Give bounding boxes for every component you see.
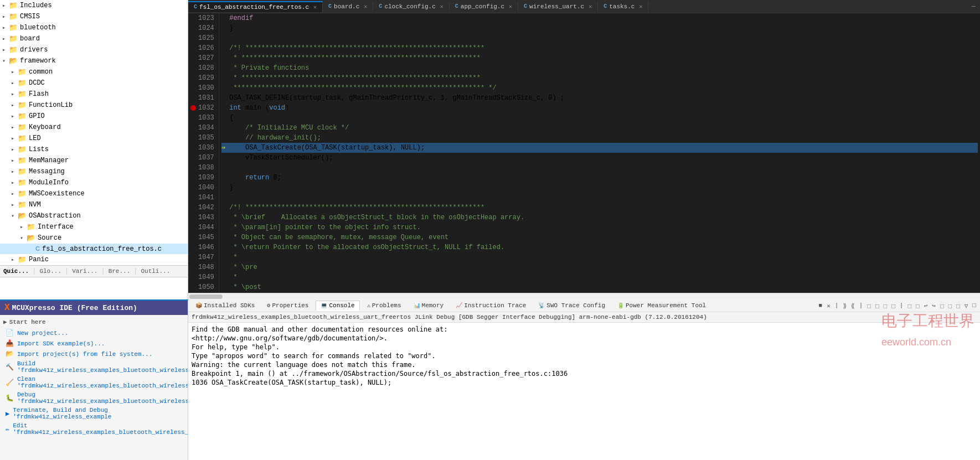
line-number: 1027 xyxy=(190,53,214,63)
folder-icon: 📂 xyxy=(18,211,27,220)
toolbar-btn[interactable]: ⟪ xyxy=(849,302,857,310)
sidebar-item-label: drivers xyxy=(20,46,48,54)
mcux-link[interactable]: 🐛Debug 'frdmkw41z_wireless_examples_blue… xyxy=(3,390,184,406)
toolbar-btn[interactable]: ⬚ xyxy=(865,302,873,310)
sidebar-item[interactable]: C fsl_os_abstraction_free_rtos.c xyxy=(0,244,188,254)
mcux-link[interactable]: 🧹Clean 'frdmkw41z_wireless_examples_blue… xyxy=(3,375,184,390)
toolbar-btn[interactable]: ■ xyxy=(817,302,824,309)
tab-close-icon[interactable]: ✕ xyxy=(509,3,512,10)
sidebar-item[interactable]: ▸ 📁 LED xyxy=(0,133,188,144)
tab-label: tasks.c xyxy=(609,3,635,10)
mcux-link-icon: 📄 xyxy=(6,329,14,337)
toolbar-btn[interactable]: ⬚ xyxy=(938,302,946,310)
toolbar-btn[interactable]: | xyxy=(898,302,905,309)
sidebar-item[interactable]: ▸ 📁 DCDC xyxy=(0,77,188,89)
toolbar-btn[interactable]: ⬚ xyxy=(955,302,962,310)
bottom-right: 📦Installed SDKs⚙Properties💻Console⚠Probl… xyxy=(188,299,980,460)
sidebar-item[interactable]: ▸ 📁 Keyboard xyxy=(0,122,188,133)
sidebar-item[interactable]: ▸ 📁 CMSIS xyxy=(0,11,188,22)
toolbar-btn[interactable]: ⬚ xyxy=(882,302,889,310)
console-tab[interactable]: ⚙Properties xyxy=(262,301,313,311)
toolbar-btn[interactable]: ⬚ xyxy=(890,302,897,310)
mcux-link[interactable]: 📥Import SDK example(s)... xyxy=(3,338,184,349)
scrollbar-thumb[interactable] xyxy=(189,294,223,299)
tree-chevron: ▸ xyxy=(11,201,18,208)
sidebar-item[interactable]: ▾ 📂 OSAbstraction xyxy=(0,210,188,221)
sidebar-item[interactable]: ▸ 📁 bluetooth xyxy=(0,22,188,33)
sidebar-item[interactable]: ▸ 📁 drivers xyxy=(0,44,188,55)
tab-close-icon[interactable]: ✕ xyxy=(639,3,642,10)
toolbar-btn[interactable]: ↪ xyxy=(930,302,937,310)
sidebar-item[interactable]: ▸ 📁 Interface xyxy=(0,221,188,232)
toolbar-btn[interactable]: □ xyxy=(971,302,978,309)
toolbar-btn[interactable]: ⟫ xyxy=(841,302,848,310)
sidebar-item[interactable]: ▾ 📂 Source xyxy=(0,232,188,244)
console-tab[interactable]: ⚠Problems xyxy=(362,301,406,311)
tab-close-icon[interactable]: ✕ xyxy=(440,3,443,10)
quick-tab[interactable]: Bre... xyxy=(105,267,134,276)
tab-close-icon[interactable]: ✕ xyxy=(313,4,317,11)
sidebar-item-label: Includes xyxy=(20,2,52,9)
sidebar-item[interactable]: ▾ 📂 framework xyxy=(0,55,188,66)
line-num-text: 1040 xyxy=(198,183,214,193)
editor-scrollbar-h[interactable] xyxy=(188,293,980,299)
mcux-link[interactable]: 🔨Build 'frdmkw41z_wireless_examples_blue… xyxy=(3,359,184,375)
tab-close-icon[interactable]: ✕ xyxy=(364,3,367,10)
sidebar-item[interactable]: ▸ 📁 Messaging xyxy=(0,166,188,177)
sidebar-item[interactable]: ▸ 📁 MWSCoexistence xyxy=(0,188,188,199)
editor-content[interactable]: 1023102410251026102710281029103010311032… xyxy=(188,13,980,293)
mcux-link[interactable]: 📄New project... xyxy=(3,328,184,338)
mcux-link[interactable]: 📂Import project(s) from file system... xyxy=(3,349,184,359)
sidebar-item[interactable]: ▸ 📁 GPIO xyxy=(0,111,188,122)
tab-close-icon[interactable]: ✕ xyxy=(589,3,592,10)
quick-tab[interactable]: Vari... xyxy=(69,267,101,276)
editor-tab[interactable]: Cwireless_uart.c✕ xyxy=(518,2,598,12)
console-tab[interactable]: 📡SWO Trace Config xyxy=(533,301,610,311)
toolbar-btn[interactable]: ⬚ xyxy=(906,302,913,310)
toolbar-btn[interactable]: | xyxy=(858,302,865,309)
sidebar-item[interactable]: ▸ 📁 Flash xyxy=(0,89,188,100)
sidebar-item[interactable]: ▸ 📁 Panic xyxy=(0,254,188,265)
console-tab[interactable]: 🔋Power Measurement Tool xyxy=(612,301,711,311)
main-container: ▸ 📁 Includes ▸ 📁 CMSIS ▸ 📁 bluetooth ▸ 📁… xyxy=(0,0,980,460)
sidebar-item[interactable]: ▸ 📁 Lists xyxy=(0,144,188,155)
console-tab[interactable]: 📦Installed SDKs xyxy=(190,301,260,311)
mcux-link[interactable]: ✏Edit 'frdmkw41z_wireless_examples_bluet… xyxy=(3,421,184,437)
sidebar-item[interactable]: ▸ 📁 common xyxy=(0,66,188,77)
code-line: * \return Pointer to the allocated osObj… xyxy=(221,242,978,252)
console-tab-icon: 📈 xyxy=(456,302,462,309)
console-line: 1036 OSA_TaskCreate(OSA_TASK(startup_tas… xyxy=(192,378,977,387)
line-number: 1028 xyxy=(190,63,214,73)
breakpoint-indicator[interactable] xyxy=(190,105,196,111)
folder-icon: 📁 xyxy=(9,1,18,10)
toolbar-btn[interactable]: ▽ xyxy=(963,302,970,310)
console-tab[interactable]: 📊Memory xyxy=(409,301,449,311)
sidebar-item[interactable]: ▸ 📁 MemManager xyxy=(0,155,188,166)
toolbar-btn[interactable]: ↩ xyxy=(922,302,930,310)
sidebar-item[interactable]: ▸ 📁 Includes xyxy=(0,0,188,11)
console-output[interactable]: Find the GDB manual and other documentat… xyxy=(188,323,980,460)
sidebar-item[interactable]: ▸ 📁 NVM xyxy=(0,199,188,210)
quick-tab[interactable]: Glo... xyxy=(36,267,65,276)
console-tab[interactable]: 💻Console xyxy=(316,301,359,311)
sidebar-item[interactable]: ▸ 📁 ModuleInfo xyxy=(0,177,188,188)
sidebar-item[interactable]: ▸ 📁 FunctionLib xyxy=(0,100,188,111)
quick-tab[interactable]: Quic... xyxy=(0,267,32,276)
sidebar-item[interactable]: ▸ 📁 board xyxy=(0,33,188,44)
toolbar-btn[interactable]: ⬚ xyxy=(914,302,921,310)
line-num-text: 1035 xyxy=(198,133,214,143)
quick-tab[interactable]: Outli... xyxy=(137,267,173,276)
mcux-link[interactable]: ▶Terminate, Build and Debug 'frdmkw41z_w… xyxy=(3,406,184,421)
editor-minimize-button[interactable]: — xyxy=(967,3,980,11)
editor-tab[interactable]: Cfsl_os_abstraction_free_rtos.c✕ xyxy=(188,1,323,12)
toolbar-btn[interactable]: | xyxy=(833,302,840,309)
editor-tab[interactable]: Ctasks.c✕ xyxy=(598,2,648,12)
editor-tab[interactable]: Cboard.c✕ xyxy=(323,2,373,12)
toolbar-btn[interactable]: ⬚ xyxy=(874,302,881,310)
editor-tab[interactable]: Capp_config.c✕ xyxy=(450,2,518,12)
code-line xyxy=(221,33,978,43)
console-tab[interactable]: 📈Instruction Trace xyxy=(451,301,531,311)
toolbar-btn[interactable]: ✕ xyxy=(825,302,832,310)
toolbar-btn[interactable]: ⬚ xyxy=(947,302,954,310)
editor-tab[interactable]: Cclock_config.c✕ xyxy=(373,2,449,12)
